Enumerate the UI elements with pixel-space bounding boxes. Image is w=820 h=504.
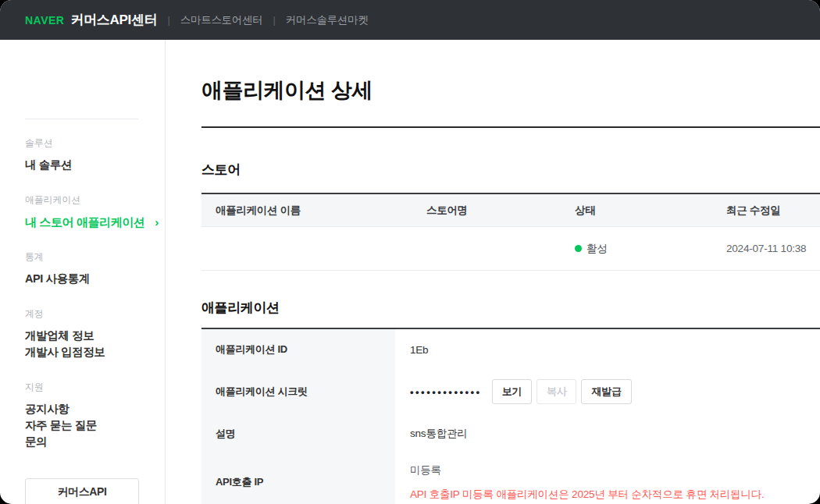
- column-status: 상태: [575, 204, 726, 218]
- table-row: 활성 2024-07-11 10:38: [201, 227, 820, 271]
- copy-secret-button[interactable]: 복사: [537, 379, 576, 404]
- store-table-header: 애플리케이션 이름 스토어명 상태 최근 수정일: [201, 194, 820, 227]
- field-application-id: 애플리케이션 ID 1Eb: [201, 329, 820, 370]
- sidebar-group-application: 애플리케이션 내 스토어 애플리케이션 ›: [25, 193, 165, 230]
- application-id-value: 1Eb: [395, 329, 820, 370]
- application-section-heading: 애플리케이션: [201, 299, 820, 317]
- sidebar-item-notices[interactable]: 공지사항: [25, 401, 165, 417]
- sidebar-divider: [25, 119, 138, 119]
- status-label: 활성: [586, 242, 607, 256]
- sidebar-item-api-usage-stats[interactable]: API 사용통계: [25, 271, 165, 287]
- service-title: 커머스API센터: [70, 11, 157, 29]
- top-header: NAVER 커머스API센터 | 스마트스토어센터 | 커머스솔루션마켓: [0, 0, 820, 40]
- title-divider: [201, 126, 820, 128]
- sidebar-group-label: 통계: [25, 250, 165, 264]
- sidebar-group-label: 계정: [25, 307, 165, 321]
- column-store-name: 스토어명: [426, 204, 575, 218]
- sidebar-group-support: 지원 공지사항 자주 묻는 질문 문의: [25, 381, 165, 450]
- api-call-ip-value: 미등록 API 호출IP 미등록 애플리케이션은 2025년 부터 순차적으로 …: [395, 454, 820, 504]
- sidebar-item-developer-entry-info[interactable]: 개발사 입점정보: [25, 344, 165, 360]
- cell-last-modified: 2024-07-11 10:38: [726, 243, 820, 254]
- main-content: 애플리케이션 상세 스토어 애플리케이션 이름 스토어명 상태 최근 수정일 활…: [166, 40, 820, 504]
- page-title: 애플리케이션 상세: [201, 76, 820, 105]
- header-separator: |: [273, 14, 275, 26]
- nav-commerce-solution-market[interactable]: 커머스솔루션마켓: [286, 13, 369, 27]
- column-app-name: 애플리케이션 이름: [201, 204, 426, 218]
- secret-actions: 보기 복사 재발급: [492, 379, 632, 404]
- field-api-call-ip: API호출 IP 미등록 API 호출IP 미등록 애플리케이션은 2025년 …: [201, 454, 820, 504]
- sidebar-buttons: 커머스API 솔루션 개발 가이드: [25, 478, 165, 504]
- app-window: NAVER 커머스API센터 | 스마트스토어센터 | 커머스솔루션마켓 솔루션…: [0, 0, 820, 504]
- ip-dormancy-warning: API 호출IP 미등록 애플리케이션은 2025년 부터 순차적으로 휴면 처…: [410, 488, 765, 502]
- store-table: 애플리케이션 이름 스토어명 상태 최근 수정일 활성 2024-07-11 1…: [201, 193, 820, 271]
- status-active-dot-icon: [575, 245, 582, 252]
- sidebar-group-label: 애플리케이션: [25, 193, 165, 207]
- sidebar-group-label: 지원: [25, 381, 165, 394]
- commerce-api-button[interactable]: 커머스API: [25, 478, 139, 504]
- sidebar-item-developer-company-info[interactable]: 개발업체 정보: [25, 328, 165, 344]
- view-secret-button[interactable]: 보기: [492, 379, 532, 404]
- sidebar-item-my-solution[interactable]: 내 솔루션: [25, 157, 165, 173]
- nav-smartstore-center[interactable]: 스마트스토어센터: [180, 13, 263, 27]
- naver-logo: NAVER: [25, 14, 64, 27]
- field-label: 설명: [201, 413, 395, 454]
- field-application-secret: 애플리케이션 시크릿 ••••••••••••• 보기 복사 재발급: [201, 370, 820, 413]
- ip-unregistered-status: 미등록: [410, 463, 441, 477]
- description-value: sns통합관리: [395, 413, 820, 454]
- sidebar-nav: 솔루션 내 솔루션 애플리케이션 내 스토어 애플리케이션 › 통계 API 사…: [25, 137, 165, 450]
- field-label: 애플리케이션 시크릿: [201, 370, 395, 413]
- masked-secret: •••••••••••••: [410, 386, 482, 398]
- status-badge: 활성: [575, 242, 726, 256]
- field-label: API호출 IP: [201, 454, 395, 504]
- sidebar-group-label: 솔루션: [25, 137, 165, 150]
- sidebar-group-account: 계정 개발업체 정보 개발사 입점정보: [25, 307, 165, 360]
- sidebar-group-solution: 솔루션 내 솔루션: [25, 137, 165, 173]
- sidebar-item-label: 내 스토어 애플리케이션: [25, 215, 145, 229]
- column-last-modified: 최근 수정일: [726, 204, 820, 218]
- sidebar-item-inquiry[interactable]: 문의: [25, 434, 165, 450]
- field-label: 애플리케이션 ID: [201, 329, 395, 370]
- header-nav: 스마트스토어센터 | 커머스솔루션마켓: [180, 13, 369, 27]
- field-description: 설명 sns통합관리: [201, 413, 820, 454]
- application-secret-value: ••••••••••••• 보기 복사 재발급: [395, 370, 820, 413]
- store-section-heading: 스토어: [201, 161, 820, 179]
- sidebar-group-stats: 통계 API 사용통계: [25, 250, 165, 287]
- application-detail-table: 애플리케이션 ID 1Eb 애플리케이션 시크릿 ••••••••••••• 보…: [201, 328, 820, 504]
- reissue-secret-button[interactable]: 재발급: [581, 379, 631, 404]
- chevron-right-icon: ›: [155, 215, 159, 229]
- sidebar: 솔루션 내 솔루션 애플리케이션 내 스토어 애플리케이션 › 통계 API 사…: [0, 40, 166, 504]
- sidebar-item-faq[interactable]: 자주 묻는 질문: [25, 417, 165, 434]
- sidebar-item-my-store-applications[interactable]: 내 스토어 애플리케이션 ›: [25, 214, 165, 230]
- brand-logo[interactable]: NAVER 커머스API센터: [25, 11, 157, 29]
- header-separator: |: [167, 14, 169, 26]
